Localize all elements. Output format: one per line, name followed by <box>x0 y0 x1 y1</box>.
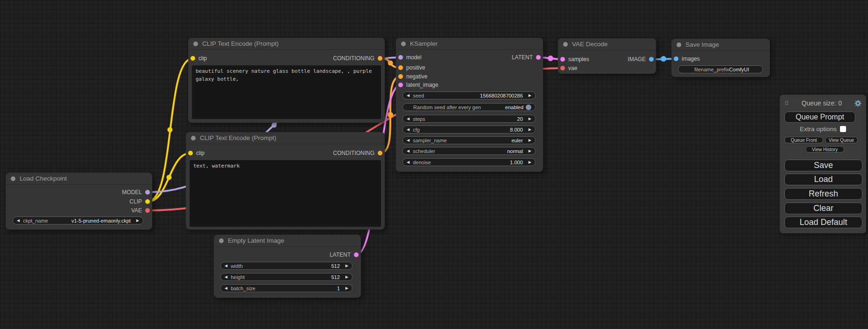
node-ksampler[interactable]: KSampler model LATENT positive negative <box>396 38 543 172</box>
filename-prefix-widget[interactable]: filename_prefix ComfyUI <box>678 65 763 73</box>
image-slot-icon[interactable] <box>649 57 654 62</box>
input-slot-samples[interactable]: samples <box>560 55 589 63</box>
seed-widget[interactable]: ◀ seed 156680208700286 ▶ <box>402 91 536 99</box>
decrement-icon[interactable]: ◀ <box>407 161 409 164</box>
output-slot-latent[interactable]: LATENT <box>330 251 359 259</box>
model-slot-icon[interactable] <box>398 55 403 60</box>
decrement-icon[interactable]: ◀ <box>407 128 409 132</box>
increment-icon[interactable]: ▶ <box>529 94 531 98</box>
increment-icon[interactable]: ▶ <box>346 264 348 268</box>
decrement-icon[interactable]: ◀ <box>225 264 227 268</box>
latent-slot-icon[interactable] <box>536 55 541 60</box>
input-slot-clip[interactable]: clip <box>188 149 205 157</box>
toggle-knob-icon[interactable] <box>526 105 531 110</box>
node-clip-text-encode-negative[interactable]: CLIP Text Encode (Prompt) clip CONDITION… <box>186 132 385 230</box>
increment-icon[interactable]: ▶ <box>529 149 531 153</box>
node-graph-canvas[interactable]: Load Checkpoint MODEL CLIP VAE ◀ ckpt_na… <box>0 0 868 329</box>
conditioning-slot-icon[interactable] <box>398 74 403 79</box>
load-default-button[interactable]: Load Default <box>784 217 862 228</box>
output-slot-image[interactable]: IMAGE <box>628 55 654 63</box>
input-slot-model[interactable]: model <box>398 53 422 62</box>
node-clip-text-encode-positive[interactable]: CLIP Text Encode (Prompt) clip CONDITION… <box>188 38 385 123</box>
batch-size-widget[interactable]: ◀ batch_size 1 ▶ <box>220 284 353 292</box>
collapse-dot-icon[interactable] <box>677 42 681 47</box>
node-title-bar[interactable]: CLIP Text Encode (Prompt) <box>188 38 385 50</box>
save-button[interactable]: Save <box>784 160 862 171</box>
view-queue-button[interactable]: View Queue <box>825 137 858 143</box>
queue-panel[interactable]: ⠿ Queue size: 0 Queue Prompt Extra optio… <box>780 95 866 233</box>
node-load-checkpoint[interactable]: Load Checkpoint MODEL CLIP VAE ◀ ckpt_na… <box>6 173 152 230</box>
vae-slot-icon[interactable] <box>145 208 150 213</box>
node-title-bar[interactable]: VAE Decode <box>558 38 656 50</box>
input-slot-images[interactable]: images <box>674 55 700 63</box>
node-title-bar[interactable]: Empty Latent Image <box>214 235 361 247</box>
node-vae-decode[interactable]: VAE Decode samples IMAGE vae <box>558 38 656 74</box>
extra-options-checkbox[interactable] <box>840 126 846 132</box>
load-button[interactable]: Load <box>784 174 862 185</box>
settings-gear-icon[interactable] <box>854 100 861 107</box>
latent-slot-icon[interactable] <box>398 83 403 87</box>
sampler-name-widget[interactable]: ◀ sampler_name euler ▶ <box>402 136 536 144</box>
width-widget[interactable]: ◀ width 512 ▶ <box>220 262 353 270</box>
decrement-icon[interactable]: ◀ <box>225 275 227 279</box>
clip-slot-icon[interactable] <box>145 199 150 204</box>
output-slot-conditioning[interactable]: CONDITIONING <box>333 149 382 157</box>
decrement-icon[interactable]: ◀ <box>407 139 409 142</box>
increment-icon[interactable]: ▶ <box>346 275 348 279</box>
collapse-dot-icon[interactable] <box>219 238 224 243</box>
output-slot-conditioning[interactable]: CONDITIONING <box>333 54 382 63</box>
prompt-textarea[interactable]: text, watermark <box>190 160 381 227</box>
node-title-bar[interactable]: Save Image <box>671 39 770 51</box>
height-widget[interactable]: ◀ height 512 ▶ <box>220 273 353 281</box>
conditioning-slot-icon[interactable] <box>378 56 382 61</box>
collapse-dot-icon[interactable] <box>401 42 406 46</box>
image-slot-icon[interactable] <box>674 56 678 61</box>
random-seed-toggle[interactable]: Random seed after every gen enabled <box>402 103 536 111</box>
refresh-button[interactable]: Refresh <box>784 188 862 200</box>
latent-slot-icon[interactable] <box>560 57 565 62</box>
collapse-dot-icon[interactable] <box>193 42 198 46</box>
node-title-bar[interactable]: KSampler <box>396 38 543 50</box>
node-save-image[interactable]: Save Image images filename_prefix ComfyU… <box>671 39 770 77</box>
collapse-dot-icon[interactable] <box>191 136 196 140</box>
conditioning-slot-icon[interactable] <box>398 65 403 70</box>
collapse-dot-icon[interactable] <box>11 176 15 181</box>
increment-icon[interactable]: ▶ <box>529 139 531 142</box>
drag-handle-icon[interactable]: ⠿ <box>784 100 789 107</box>
input-slot-clip[interactable]: clip <box>191 54 207 63</box>
decrement-icon[interactable]: ◀ <box>407 94 409 98</box>
vae-slot-icon[interactable] <box>560 66 565 70</box>
increment-icon[interactable]: ▶ <box>529 117 531 121</box>
steps-widget[interactable]: ◀ steps 20 ▶ <box>402 115 536 123</box>
queue-front-button[interactable]: Queue Front <box>784 137 823 143</box>
output-slot-latent[interactable]: LATENT <box>512 53 541 62</box>
input-slot-negative[interactable]: negative <box>398 72 427 81</box>
increment-icon[interactable]: ▶ <box>136 219 139 223</box>
ckpt-name-widget[interactable]: ◀ ckpt_name v1-5-pruned-emaonly.ckpt ▶ <box>13 217 143 224</box>
denoise-widget[interactable]: ◀ denoise 1.000 ▶ <box>402 158 536 166</box>
conditioning-slot-icon[interactable] <box>378 151 382 155</box>
output-slot-vae[interactable]: VAE <box>131 206 150 215</box>
input-slot-latent-image[interactable]: latent_image <box>398 81 438 89</box>
output-slot-clip[interactable]: CLIP <box>129 197 150 206</box>
cfg-widget[interactable]: ◀ cfg 8.000 ▶ <box>402 126 536 133</box>
decrement-icon[interactable]: ◀ <box>407 149 409 153</box>
queue-prompt-button[interactable]: Queue Prompt <box>784 112 855 123</box>
clear-button[interactable]: Clear <box>784 203 862 214</box>
decrement-icon[interactable]: ◀ <box>17 219 20 223</box>
scheduler-widget[interactable]: ◀ scheduler normal ▶ <box>402 147 536 155</box>
decrement-icon[interactable]: ◀ <box>407 117 409 121</box>
input-slot-vae[interactable]: vae <box>560 64 577 72</box>
node-title-bar[interactable]: Load Checkpoint <box>6 173 152 185</box>
output-slot-model[interactable]: MODEL <box>122 188 150 196</box>
input-slot-positive[interactable]: positive <box>398 63 425 72</box>
latent-slot-icon[interactable] <box>354 252 359 257</box>
model-slot-icon[interactable] <box>145 190 150 195</box>
increment-icon[interactable]: ▶ <box>346 287 348 290</box>
clip-slot-icon[interactable] <box>191 56 195 61</box>
prompt-textarea[interactable]: beautiful scenery nature glass bottle la… <box>192 65 381 119</box>
increment-icon[interactable]: ▶ <box>529 128 531 132</box>
increment-icon[interactable]: ▶ <box>529 161 531 164</box>
clip-slot-icon[interactable] <box>188 151 193 155</box>
decrement-icon[interactable]: ◀ <box>225 287 227 290</box>
